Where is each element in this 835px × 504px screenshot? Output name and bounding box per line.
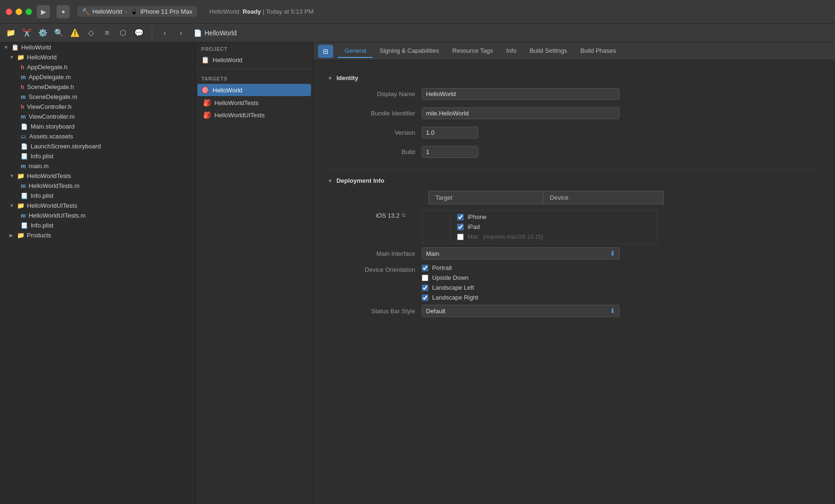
sidebar-file-helloworlduitestsm[interactable]: m HelloWorldUITests.m	[0, 211, 195, 220]
bookmarks-btn[interactable]: ◇	[84, 26, 98, 40]
group-label: HelloWorld	[27, 54, 57, 61]
group-label: HelloWorldUITests	[27, 202, 77, 209]
sidebar-group-products[interactable]: ▶ 📁 Products	[0, 230, 195, 240]
editor-btn[interactable]: ✂️	[20, 26, 34, 40]
landscapeleft-label: Landscape Left	[432, 284, 474, 291]
status-bar-select[interactable]: Default ⬇	[422, 305, 620, 317]
sidebar-file-assets[interactable]: 🗂 Assets.xcassets	[0, 131, 195, 141]
tab-build-settings[interactable]: Build Settings	[523, 44, 574, 58]
main-interface-row: Main Interface Main ⬇	[327, 247, 821, 260]
project-nav-helloworld[interactable]: 📋 HelloWorld	[196, 54, 313, 66]
landscaperight-checkbox[interactable]	[422, 294, 428, 301]
forward-btn[interactable]: ›	[174, 26, 188, 40]
sidebar-file-viewcontrollerh[interactable]: h ViewController.h	[0, 102, 195, 112]
tag-btn[interactable]: ⬡	[116, 26, 130, 40]
m-icon: m	[21, 183, 26, 189]
sidebar-group-helloworlduitests[interactable]: ▼ 📁 HelloWorldUITests	[0, 201, 195, 211]
sidebar-group-helloworld[interactable]: ▼ 📁 HelloWorld	[0, 52, 195, 62]
target-label: HelloWorldUITests	[214, 112, 265, 119]
device-checks-table: iPhone iPad Mac	[422, 210, 657, 244]
sidebar-file-helloworldtestsm[interactable]: m HelloWorldTests.m	[0, 181, 195, 191]
mac-checkbox[interactable]	[457, 234, 464, 240]
display-name-input[interactable]	[422, 88, 620, 100]
target-nav-tests[interactable]: 🎒 HelloWorldTests	[196, 97, 313, 109]
sidebar-item-root[interactable]: ▼ 📋 HelloWorld	[0, 42, 195, 52]
sidebar-file-mainstoryboard[interactable]: 📄 Main.storyboard	[0, 122, 195, 131]
tab-info[interactable]: Info	[499, 44, 523, 58]
tab-signing[interactable]: Signing & Capabilities	[373, 44, 445, 58]
stop-button[interactable]: ■	[57, 5, 70, 18]
target-nav-helloworld[interactable]: 🎯 HelloWorld	[197, 84, 311, 96]
iphone-check-row: iPhone	[457, 213, 650, 220]
m-icon: m	[21, 74, 26, 81]
file-label: HelloWorldUITests.m	[29, 212, 86, 219]
folder-icon: 📁	[17, 202, 25, 209]
deployment-title: Deployment Info	[336, 177, 385, 184]
sidebar-file-scenedelegatem[interactable]: m SceneDelegate.m	[0, 92, 195, 102]
target-icon: 🎯	[201, 86, 209, 94]
portrait-checkbox[interactable]	[422, 265, 428, 271]
sidebar-file-scenedelegateh[interactable]: h SceneDelegate.h	[0, 82, 195, 92]
sidebar-file-viewcontrollerm[interactable]: m ViewController.m	[0, 112, 195, 122]
sidebar-file-appdelegateh[interactable]: h AppDelegate.h	[0, 62, 195, 72]
traffic-lights	[6, 8, 32, 15]
sidebar-toggle-btn[interactable]: ⊟	[318, 45, 333, 58]
folder-icon-btn[interactable]: 📁	[4, 26, 18, 40]
run-button[interactable]: ▶	[37, 5, 50, 18]
disclosure-icon: ▼	[4, 45, 9, 50]
device-col-header: Device	[543, 191, 663, 204]
mac-note: (requires macOS 10.15)	[483, 234, 543, 240]
landscapeleft-checkbox[interactable]	[422, 285, 428, 291]
root-label: HelloWorld	[21, 44, 51, 51]
m-icon: m	[21, 94, 26, 100]
build-input[interactable]	[422, 146, 478, 158]
minimize-button[interactable]	[16, 8, 22, 15]
target-nav-uitests[interactable]: 🎒 HelloWorldUITests	[196, 109, 313, 121]
sidebar-file-mainm[interactable]: m main.m	[0, 161, 195, 171]
disclosure-icon: ▼	[9, 203, 15, 208]
tab-general[interactable]: General	[338, 44, 373, 58]
device-orientation-row: Device Orientation Portrait Upside Down	[327, 264, 821, 301]
file-label: Info.plist	[31, 192, 53, 199]
version-row: Version	[327, 127, 821, 142]
tab-build-phases[interactable]: Build Phases	[573, 44, 622, 58]
bundle-id-row: Bundle Identifier	[327, 107, 821, 123]
back-btn[interactable]: ‹	[158, 26, 172, 40]
project-nav-icon: 📋	[201, 56, 209, 64]
comment-btn[interactable]: 💬	[132, 26, 146, 40]
search-btn[interactable]: 🔍	[52, 26, 66, 40]
file-label: AppDelegate.m	[29, 73, 71, 81]
build-row: Build	[327, 146, 821, 162]
warning-btn[interactable]: ⚠️	[68, 26, 82, 40]
orientation-checks: Portrait Upside Down Landscape Left	[422, 264, 478, 301]
sidebar-file-launchscreen[interactable]: 📄 LaunchScreen.storyboard	[0, 141, 195, 151]
file-label: main.m	[29, 163, 49, 170]
folder-icon: 📁	[17, 172, 25, 179]
sidebar-file-infoplist[interactable]: 📃 Info.plist	[0, 151, 195, 161]
breadcrumb-icon: 📄	[194, 29, 202, 37]
sidebar-file-appdelegatem[interactable]: m AppDelegate.m	[0, 72, 195, 82]
tab-resource-tags[interactable]: Resource Tags	[446, 44, 499, 58]
version-input[interactable]	[422, 127, 478, 138]
m-icon: m	[21, 212, 26, 219]
mac-label: Mac	[467, 233, 479, 240]
iphone-checkbox[interactable]	[457, 214, 464, 220]
hierarchy-btn[interactable]: ⚙️	[36, 26, 50, 40]
ipad-checkbox[interactable]	[457, 224, 464, 230]
ios-version-selector[interactable]: iOS 13.2 ⇅	[327, 212, 406, 219]
build-label: Build	[327, 148, 422, 155]
assets-icon: 🗂	[21, 133, 26, 140]
sidebar-file-infoplist2[interactable]: 📃 Info.plist	[0, 191, 195, 201]
sidebar-file-infoplist3[interactable]: 📃 Info.plist	[0, 220, 195, 230]
maximize-button[interactable]	[25, 8, 32, 15]
main-interface-select[interactable]: Main ⬇	[422, 247, 620, 260]
ipad-label: iPad	[467, 223, 480, 230]
bundle-id-input[interactable]	[422, 107, 620, 119]
plist-icon: 📃	[21, 193, 28, 199]
sidebar-group-helloworldtests[interactable]: ▼ 📁 HelloWorldTests	[0, 171, 195, 181]
close-button[interactable]	[6, 8, 12, 15]
scheme-selector[interactable]: 🔨 HelloWorld › 📱 iPhone 11 Pro Max	[77, 6, 197, 17]
filter-btn[interactable]: ≡	[100, 26, 114, 40]
disclosure-triangle: ▼	[327, 75, 333, 81]
upsidedown-checkbox[interactable]	[422, 275, 428, 281]
